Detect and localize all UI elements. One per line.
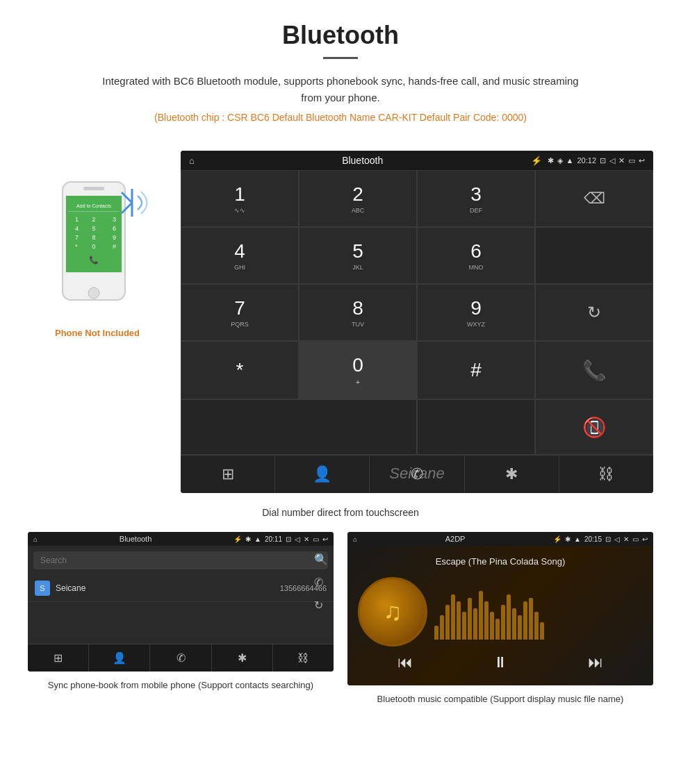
window-icon[interactable]: ▭ [628,156,635,165]
eq-bar [457,601,461,640]
key-empty-1 [535,227,653,284]
music-vol[interactable]: ◁ [614,535,620,543]
prev-button[interactable]: ⏮ [397,653,413,672]
eq-bar [512,608,516,640]
contact-row[interactable]: S Seicane 13566664466 [28,575,334,602]
svg-text:6: 6 [113,225,116,232]
nav-bluetooth[interactable]: ✱ [465,456,559,493]
svg-line-0 [122,192,132,203]
svg-text:8: 8 [92,234,95,241]
car-dial-screen: ⌂ Bluetooth ⚡ ✱ ◈ ▲ 20:12 ⊡ ◁ ✕ ▭ ↩ [181,151,653,493]
svg-rect-5 [83,187,104,190]
refresh-icon[interactable]: ↻ [314,599,328,612]
title-divider [323,57,358,59]
key-hash[interactable]: # [417,341,535,399]
close-icon[interactable]: ✕ [618,156,625,165]
volume-icon[interactable]: ◁ [609,156,615,165]
svg-text:#: # [113,243,116,250]
dial-screen-title: Bluetooth [200,155,525,166]
key-empty-2 [181,399,417,455]
music-close[interactable]: ✕ [623,535,629,543]
svg-text:1: 1 [75,216,79,223]
nav-link[interactable]: ⛓ [559,456,653,493]
usb-icon: ⚡ [531,156,542,166]
location-icon: ◈ [557,156,563,165]
pb-cam-icon: ⊡ [286,535,291,543]
phonebook-main: S Seicane 13566664466 🔍 ✆ ↻ [28,546,334,644]
key-8[interactable]: 8 TUV [299,284,417,341]
key-2[interactable]: 2 ABC [299,170,417,227]
home-icon[interactable]: ⌂ [189,156,195,166]
pb-status-bar: ⌂ Bluetooth ⚡ ✱ ▲ 20:11 ⊡ ◁ ✕ ▭ ↩ [28,532,334,546]
car-dial-screen-wrapper: ⌂ Bluetooth ⚡ ✱ ◈ ▲ 20:12 ⊡ ◁ ✕ ▭ ↩ [181,151,653,493]
pb-nav-grid[interactable]: ⊞ [28,644,89,672]
svg-text:*: * [75,243,78,250]
eq-bar [540,622,544,640]
svg-text:7: 7 [75,234,79,241]
svg-rect-8 [68,211,120,212]
key-refresh[interactable]: ↻ [535,284,653,341]
eq-bar [484,601,489,640]
key-4[interactable]: 4 GHI [181,227,299,284]
eq-bar [495,619,500,640]
key-empty-3 [417,399,535,455]
eq-bar [529,598,533,640]
search-icon[interactable]: 🔍 [314,553,328,566]
phonebook-screen: ⌂ Bluetooth ⚡ ✱ ▲ 20:11 ⊡ ◁ ✕ ▭ ↩ S Seic [28,532,334,672]
eq-bar [440,615,444,640]
page-description: Integrated with BC6 Bluetooth module, su… [97,73,584,106]
play-pause-button[interactable]: ⏸ [493,653,508,672]
page-header: Bluetooth Integrated with BC6 Bluetooth … [0,0,681,144]
key-7[interactable]: 7 PQRS [181,284,299,341]
pb-win-icon[interactable]: ▭ [313,535,319,543]
key-6[interactable]: 6 MNO [417,227,535,284]
eq-bar [501,605,505,640]
eq-bar [534,612,539,640]
eq-bar [518,615,522,640]
pb-home-icon[interactable]: ⌂ [33,535,38,543]
bluetooth-specs: (Bluetooth chip : CSR BC6 Default Blueto… [14,112,667,123]
nav-phone[interactable]: ✆ [370,456,464,493]
eq-bar [479,591,483,640]
music-win[interactable]: ▭ [632,535,639,543]
key-9[interactable]: 9 WXYZ [417,284,535,341]
key-3[interactable]: 3 DEF [417,170,535,227]
music-note-icon: ♫ [384,597,402,626]
dial-status-bar: ⌂ Bluetooth ⚡ ✱ ◈ ▲ 20:12 ⊡ ◁ ✕ ▭ ↩ [181,151,653,170]
key-0[interactable]: 0 + [299,341,417,399]
call-icon[interactable]: ✆ [314,576,328,589]
svg-text:0: 0 [92,243,95,250]
music-back[interactable]: ↩ [642,535,648,543]
pb-close-icon[interactable]: ✕ [304,535,309,543]
key-call[interactable]: 📞 [535,341,653,399]
pb-back-icon[interactable]: ↩ [322,535,328,543]
nav-grid[interactable]: ⊞ [181,456,275,493]
back-icon[interactable]: ↩ [639,156,645,165]
signal-icon: ▲ [566,156,574,165]
svg-text:4: 4 [75,225,79,232]
key-1[interactable]: 1 ∿∿ [181,170,299,227]
music-home-icon[interactable]: ⌂ [353,535,357,543]
music-bt-icon: ✱ [565,535,571,543]
eq-bar [468,598,472,640]
pb-signal-icon: ▲ [254,535,261,543]
key-end-call[interactable]: 📵 [535,399,653,455]
pb-nav-bt[interactable]: ✱ [212,644,273,672]
pb-nav-contacts[interactable]: 👤 [89,644,150,672]
album-art: ♫ [358,577,427,647]
pb-nav-link[interactable]: ⛓ [273,644,334,672]
next-button[interactable]: ⏭ [588,653,603,672]
nav-contacts[interactable]: 👤 [275,456,370,493]
key-star[interactable]: * [181,341,299,399]
status-icons: ✱ ◈ ▲ 20:12 ⊡ ◁ ✕ ▭ ↩ [548,156,645,165]
pb-vol-icon[interactable]: ◁ [295,535,300,543]
key-5[interactable]: 5 JKL [299,227,417,284]
phone-illustration: Add to Contacts 1 2 3 4 5 6 7 8 9 * 0 # … [56,178,139,317]
music-time: 20:15 [584,535,602,543]
key-backspace[interactable]: ⌫ [535,170,653,227]
svg-point-23 [88,287,99,299]
phonebook-search-input[interactable] [33,551,328,569]
dial-caption: Dial number direct from touchscreen [0,500,681,532]
pb-nav-phone[interactable]: ✆ [150,644,211,672]
eq-bar [507,594,511,640]
